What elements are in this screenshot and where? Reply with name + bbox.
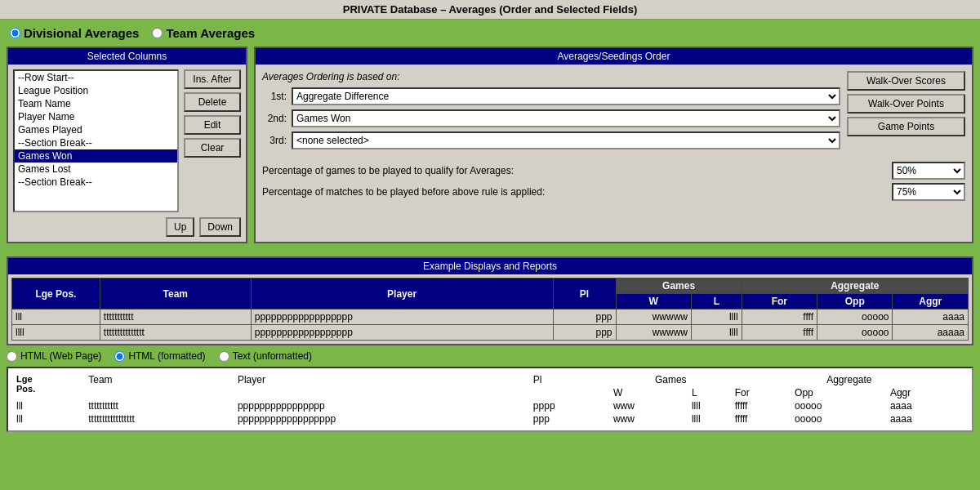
order-select-2[interactable]: Games Won Aggregate Difference Games Los… [292,109,840,127]
html-formatted-text: HTML (formatted) [128,350,205,362]
selected-columns-panel: Selected Columns --Row Start-- League Po… [7,47,247,243]
th-aggr: Aggr [893,294,969,310]
up-button[interactable]: Up [166,217,194,237]
td-team: ttttttttttt [100,310,251,325]
td-for: ffff [742,325,817,341]
example-section-header: Example Displays and Reports [8,258,972,274]
example-table: Lge Pos. Team Player Pl Games Aggregate … [11,278,969,341]
text-format-text: Text (unformatted) [233,350,312,362]
walk-over-scores-button[interactable]: Walk-Over Scores [847,71,965,91]
preview-table: LgePos. Team Player Pl Games Aggregate W… [13,373,967,425]
list-item[interactable]: Games Lost [15,163,177,176]
list-item[interactable]: --Row Start-- [15,71,177,84]
clear-button[interactable]: Clear [184,138,241,158]
order-label-2: 2nd: [262,113,287,124]
th-w: W [616,294,691,310]
ins-after-button[interactable]: Ins. After [184,69,241,89]
preview-td-team: ttttttttttt [85,399,234,412]
order-row-1: 1st: Aggregate Difference Games Won Game… [262,87,840,105]
pct-row-1: Percentage of games to be played to qual… [262,162,965,180]
th-lge-pos: Lge Pos. [12,278,100,310]
columns-body: --Row Start-- League Position Team Name … [8,65,246,217]
list-item[interactable]: Games Played [15,123,177,136]
td-pl: ppp [553,310,616,325]
text-radio[interactable] [219,351,229,362]
percentages-section: Percentage of games to be played to qual… [262,162,965,201]
html-formatted-label[interactable]: HTML (formatted) [114,350,205,362]
preview-td-for: fffff [732,399,791,412]
list-item[interactable]: --Section Break-- [15,176,177,189]
preview-td-pl: ppp [530,412,610,425]
team-averages-radio[interactable] [152,28,163,38]
ordering-label: Averages Ordering is based on: [262,71,840,82]
pct-select-1[interactable]: 50% 25% 75% 100% [892,162,965,180]
example-section: Example Displays and Reports Lge Pos. Te… [7,256,973,345]
title-bar: PRIVATE Database – Averages (Order and S… [0,0,980,20]
text-label[interactable]: Text (unformatted) [219,350,312,362]
th-games-group: Games [616,278,742,294]
td-opp: ooooo [817,325,893,341]
td-team: ttttttttttttttt [100,325,251,341]
team-averages-label[interactable]: Team Averages [152,26,255,40]
preview-td-aggr: aaaa [887,399,967,412]
order-select-1[interactable]: Aggregate Difference Games Won Games Los… [292,87,840,105]
down-button[interactable]: Down [199,217,241,237]
pct-select-2[interactable]: 75% 25% 50% 100% [892,183,965,201]
preview-th-player: Player [234,373,530,399]
preview-td-opp: ooooo [791,412,887,425]
html-web-label[interactable]: HTML (Web Page) [7,350,101,362]
preview-td-opp: ooooo [791,399,887,412]
td-player: pppppppppppppppppp [251,310,553,325]
divisional-averages-label[interactable]: Divisional Averages [10,26,139,40]
td-lge-pos: llll [12,325,100,341]
preview-row: lll ttttttttttttttttt pppppppppppppppppp… [13,412,967,425]
order-select-3[interactable]: <none selected> Aggregate Difference Gam… [292,131,840,149]
list-item[interactable]: League Position [15,84,177,97]
preview-th-opp: Opp [791,386,887,399]
averages-panel: Averages/Seedings Order Averages Orderin… [254,47,973,243]
th-for: For [742,294,817,310]
td-aggr: aaaaa [893,325,969,341]
list-item[interactable]: Team Name [15,97,177,110]
list-item-selected[interactable]: Games Won [15,149,177,163]
order-label-1: 1st: [262,91,287,102]
list-item[interactable]: Player Name [15,110,177,123]
preview-td-l: llll [688,412,732,425]
td-w: wwwww [616,310,691,325]
html-web-text: HTML (Web Page) [20,350,101,362]
preview-td-player: pppppppppppppppp [234,399,530,412]
order-label-3: 3rd: [262,135,287,146]
td-player: pppppppppppppppppp [251,325,553,341]
game-points-button[interactable]: Game Points [847,117,965,136]
table-row: lll ttttttttttt pppppppppppppppppp ppp w… [12,310,969,325]
preview-td-pl: pppp [530,399,610,412]
preview-th-for: For [732,386,791,399]
divisional-averages-text: Divisional Averages [24,26,139,40]
preview-td-w: www [610,412,688,425]
preview-row: lll ttttttttttt pppppppppppppppp pppp ww… [13,399,967,412]
delete-button[interactable]: Delete [184,92,241,112]
th-team: Team [100,278,251,310]
pct-label-2: Percentage of matches to be played befor… [262,186,885,198]
td-opp: ooooo [817,310,893,325]
columns-list[interactable]: --Row Start-- League Position Team Name … [13,69,179,212]
edit-button[interactable]: Edit [184,115,241,135]
preview-td-lgepos: lll [13,412,85,425]
th-aggregate-group: Aggregate [742,278,968,294]
order-row-2: 2nd: Games Won Aggregate Difference Game… [262,109,840,127]
td-lge-pos: lll [12,310,100,325]
td-w: wwwww [616,325,691,341]
preview-td-aggr: aaaa [887,412,967,425]
td-l: llll [691,325,742,341]
preview-td-w: www [610,399,688,412]
list-item[interactable]: --Section Break-- [15,136,177,149]
ordering-section: Averages Ordering is based on: 1st: Aggr… [262,71,965,154]
html-web-radio[interactable] [7,351,17,362]
th-pl: Pl [553,278,616,310]
divisional-averages-radio[interactable] [10,28,20,38]
walk-over-points-button[interactable]: Walk-Over Points [847,94,965,114]
html-formatted-radio[interactable] [114,351,125,362]
order-row-3: 3rd: <none selected> Aggregate Differenc… [262,131,840,149]
preview-th-aggr: Aggr [887,386,967,399]
main-panels: Selected Columns --Row Start-- League Po… [0,47,980,250]
